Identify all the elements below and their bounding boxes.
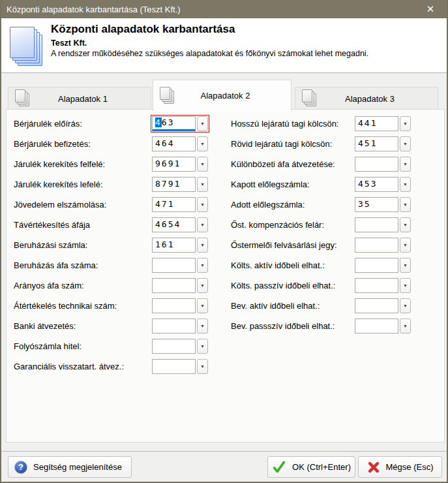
tab-alapadatok-1[interactable]: Alapadatok 1 [8, 87, 151, 110]
field-input[interactable]: 9691 [152, 157, 196, 172]
field-input[interactable]: 8791 [152, 177, 196, 192]
field-label: Járulék kerekítés felfelé: [14, 159, 105, 169]
close-icon[interactable]: ✕ [419, 0, 441, 18]
dialog-header: Központi alapadatok karbantartása Teszt … [1, 18, 447, 73]
combobox: 4654▼ [151, 216, 209, 234]
dropdown-button[interactable]: ▼ [400, 136, 411, 151]
page-title: Központi alapadatok karbantartása [51, 23, 441, 36]
field-input[interactable]: 441 [355, 116, 398, 131]
tab-pages-icon [302, 89, 319, 108]
combobox: 441▼ [353, 115, 412, 132]
field-input[interactable] [355, 217, 398, 232]
dropdown-button[interactable]: ▼ [197, 339, 208, 354]
field-input[interactable] [355, 238, 398, 253]
field-input[interactable] [355, 157, 398, 172]
field-input[interactable] [152, 319, 196, 334]
field-label: Távértékesítés áfája [14, 220, 90, 230]
field-input[interactable]: 471 [152, 197, 196, 212]
dropdown-button[interactable]: ▼ [197, 136, 208, 151]
chevron-down-icon: ▼ [200, 182, 205, 187]
combobox: ▼ [353, 277, 412, 294]
field-label: Költs. aktív időbeli elhat.: [231, 260, 325, 270]
field-input[interactable] [152, 278, 196, 293]
help-button[interactable]: ? Segítség megjelenítése [8, 456, 132, 478]
field-input[interactable]: 451 [355, 136, 398, 151]
dropdown-button[interactable]: ▼ [400, 217, 411, 232]
combobox: 471▼ [151, 196, 209, 213]
field-label: Őstermelői felvásárlási jegy: [231, 240, 337, 250]
tab-pages-icon [15, 89, 32, 108]
field-input[interactable]: 464 [152, 136, 196, 151]
combobox: ▼ [353, 317, 412, 335]
field-input[interactable] [152, 298, 196, 313]
dropdown-button[interactable]: ▼ [400, 157, 411, 172]
field-label: Arányos áfa szám: [14, 281, 84, 290]
title-bar: Központi alapadatok karbantartása (Teszt… [0, 0, 448, 18]
chevron-down-icon: ▼ [403, 304, 408, 308]
dropdown-button[interactable]: ▼ [197, 258, 208, 273]
combobox: 161▼ [151, 236, 209, 254]
tab-label: Alapadatok 1 [32, 94, 151, 104]
dropdown-button[interactable]: ▼ [197, 238, 208, 253]
dropdown-button[interactable]: ▼ [197, 116, 208, 131]
form-row: Járulék kerekítés lefelé:8791▼ [14, 174, 209, 195]
company-name: Teszt Kft. [51, 39, 441, 48]
combobox: ▼ [151, 297, 209, 315]
field-label: Garanciális visszatart. átvez.: [14, 362, 124, 371]
field-input[interactable] [355, 278, 398, 293]
dropdown-button[interactable]: ▼ [400, 197, 411, 212]
form-row: Távértékesítés áfája4654▼ [14, 215, 209, 235]
chevron-down-icon: ▼ [403, 263, 408, 268]
dropdown-button[interactable]: ▼ [197, 217, 208, 232]
dropdown-button[interactable]: ▼ [197, 177, 208, 192]
ok-button[interactable]: OK (Ctrl+Enter) [267, 456, 355, 478]
dropdown-button[interactable]: ▼ [400, 298, 411, 313]
dropdown-button[interactable]: ▼ [400, 116, 411, 131]
chevron-down-icon: ▼ [403, 121, 408, 126]
form-row: Beruházási számla:161▼ [14, 235, 209, 255]
combobox: ▼ [353, 155, 412, 173]
form-row: Adott előlegszámla:35▼ [231, 195, 412, 215]
tab-strip: Alapadatok 1Alapadatok 2Alapadatok 3 [1, 73, 447, 110]
dropdown-button[interactable]: ▼ [400, 238, 411, 253]
dropdown-button[interactable]: ▼ [197, 197, 208, 212]
dropdown-button[interactable]: ▼ [197, 319, 208, 334]
dropdown-button[interactable]: ▼ [400, 319, 411, 334]
dropdown-button[interactable]: ▼ [197, 298, 208, 313]
field-input[interactable] [152, 258, 196, 273]
dropdown-button[interactable]: ▼ [197, 157, 208, 172]
field-label: Különbözeti áfa átvezetése: [231, 159, 335, 169]
combobox: ▼ [353, 236, 412, 254]
checkmark-icon [272, 460, 286, 475]
chevron-down-icon: ▼ [403, 283, 408, 288]
field-input[interactable] [355, 319, 398, 334]
dropdown-button[interactable]: ▼ [197, 359, 208, 374]
field-input[interactable] [355, 298, 398, 313]
dropdown-button[interactable]: ▼ [197, 278, 208, 293]
field-label: Banki átvezetés: [14, 321, 76, 331]
field-input[interactable]: 4654 [152, 217, 196, 232]
combobox: ▼ [151, 358, 209, 375]
field-input[interactable] [355, 258, 398, 273]
dropdown-button[interactable]: ▼ [400, 177, 411, 192]
tab-label: Alapadatok 3 [319, 94, 438, 104]
dropdown-button[interactable]: ▼ [400, 278, 411, 293]
field-input[interactable] [152, 339, 196, 354]
field-input[interactable]: 463 [152, 116, 196, 131]
tab-alapadatok-2[interactable]: Alapadatok 2 [153, 80, 291, 111]
field-label: Bérjárulék előírás: [14, 119, 82, 129]
form-row: Őst. kompenzációs felár:▼ [231, 215, 412, 235]
field-input[interactable]: 161 [152, 238, 196, 253]
cancel-button[interactable]: Mégse (Esc) [358, 456, 442, 478]
form-column-left: Bérjárulék előírás:463▼Bérjárulék befize… [14, 114, 209, 377]
dropdown-button[interactable]: ▼ [400, 258, 411, 273]
chevron-down-icon: ▼ [403, 223, 408, 227]
tab-alapadatok-3[interactable]: Alapadatok 3 [295, 87, 438, 110]
field-input[interactable]: 35 [355, 197, 398, 212]
chevron-down-icon: ▼ [200, 162, 205, 166]
field-input[interactable]: 453 [355, 177, 398, 192]
chevron-down-icon: ▼ [403, 243, 408, 247]
form-row: Arányos áfa szám:▼ [14, 275, 209, 296]
form-column-right: Hosszú lejáratú tagi kölcsön:441▼Rövid l… [231, 114, 412, 336]
field-input[interactable] [152, 359, 196, 374]
